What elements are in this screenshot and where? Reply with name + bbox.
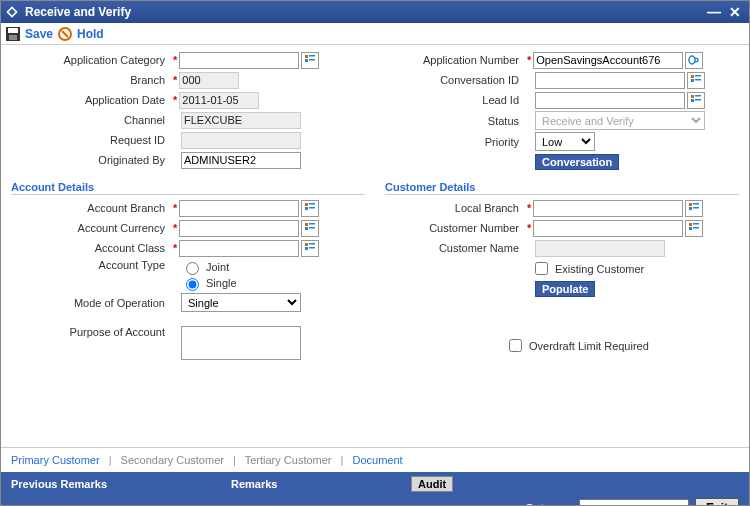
window-title: Receive and Verify bbox=[25, 5, 703, 19]
titlebar: Receive and Verify — ✕ bbox=[1, 1, 749, 23]
svg-rect-7 bbox=[305, 59, 308, 62]
purpose-textarea[interactable] bbox=[181, 326, 301, 360]
window-receive-verify: Receive and Verify — ✕ Save Hold Applica… bbox=[0, 0, 750, 506]
svg-rect-33 bbox=[693, 203, 699, 205]
cust-number-lov-icon[interactable] bbox=[685, 220, 703, 237]
local-branch-input[interactable] bbox=[533, 200, 683, 217]
svg-rect-29 bbox=[309, 243, 315, 245]
joint-label: Joint bbox=[206, 261, 229, 273]
hold-icon[interactable] bbox=[57, 26, 73, 42]
app-category-lov-icon[interactable] bbox=[301, 52, 319, 69]
svg-rect-12 bbox=[691, 79, 694, 82]
hold-button[interactable]: Hold bbox=[75, 27, 106, 41]
purpose-label: Purpose of Account bbox=[11, 326, 171, 338]
cust-name-input bbox=[535, 240, 665, 257]
request-id-label: Request ID bbox=[11, 134, 171, 146]
bottom-tabs: Primary Customer | Secondary Customer | … bbox=[1, 447, 749, 472]
account-details-header: Account Details bbox=[11, 181, 365, 195]
overdraft-label: Overdraft Limit Required bbox=[529, 340, 649, 352]
originated-by-label: Originated By bbox=[11, 154, 171, 166]
svg-rect-32 bbox=[689, 207, 692, 210]
single-label: Single bbox=[206, 277, 237, 289]
account-branch-input[interactable] bbox=[179, 200, 299, 217]
branch-input bbox=[179, 72, 239, 89]
footer: Previous Remarks Remarks Audit Outcome E… bbox=[1, 472, 749, 506]
outcome-select[interactable] bbox=[579, 499, 689, 506]
conversation-button[interactable]: Conversation bbox=[535, 154, 619, 170]
top-left-column: Application Category * Branch * Applicat… bbox=[11, 51, 365, 173]
branch-label: Branch bbox=[11, 74, 171, 86]
svg-rect-16 bbox=[691, 99, 694, 102]
account-type-single-radio[interactable]: Single bbox=[181, 275, 237, 291]
account-details-section: Account Details Account Branch * Account… bbox=[11, 173, 365, 362]
svg-rect-15 bbox=[691, 95, 694, 98]
remarks-label: Remarks bbox=[231, 478, 411, 490]
toolbar: Save Hold bbox=[1, 23, 749, 45]
account-class-label: Account Class bbox=[11, 242, 171, 254]
close-button[interactable]: ✕ bbox=[725, 4, 745, 20]
app-date-input bbox=[179, 92, 259, 109]
svg-rect-28 bbox=[305, 247, 308, 250]
tab-primary-customer[interactable]: Primary Customer bbox=[11, 454, 100, 466]
required-mark: * bbox=[171, 242, 179, 254]
overdraft-checkbox[interactable] bbox=[509, 339, 522, 352]
tab-tertiary-customer[interactable]: Tertiary Customer bbox=[245, 454, 332, 466]
save-button[interactable]: Save bbox=[23, 27, 55, 41]
svg-rect-25 bbox=[309, 223, 315, 225]
svg-rect-38 bbox=[693, 227, 699, 229]
status-select: Receive and Verify bbox=[535, 111, 705, 130]
existing-customer-label: Existing Customer bbox=[555, 263, 644, 275]
account-currency-lov-icon[interactable] bbox=[301, 220, 319, 237]
cust-number-label: Customer Number bbox=[385, 222, 525, 234]
customer-details-section: Customer Details Local Branch * Customer… bbox=[385, 173, 739, 362]
svg-rect-22 bbox=[309, 207, 315, 209]
audit-button[interactable]: Audit bbox=[411, 476, 453, 492]
minimize-button[interactable]: — bbox=[703, 4, 725, 20]
svg-rect-4 bbox=[9, 35, 17, 40]
app-number-input[interactable] bbox=[533, 52, 683, 69]
svg-rect-18 bbox=[695, 99, 701, 101]
account-currency-input[interactable] bbox=[179, 220, 299, 237]
svg-rect-31 bbox=[689, 203, 692, 206]
exit-button[interactable]: Exit bbox=[695, 498, 739, 506]
app-number-detail-icon[interactable] bbox=[685, 52, 703, 69]
account-currency-label: Account Currency bbox=[11, 222, 171, 234]
svg-rect-27 bbox=[305, 243, 308, 246]
app-category-input[interactable] bbox=[179, 52, 299, 69]
tab-document[interactable]: Document bbox=[353, 454, 403, 466]
svg-rect-37 bbox=[693, 223, 699, 225]
priority-select[interactable]: Low bbox=[535, 132, 595, 151]
required-mark: * bbox=[171, 202, 179, 214]
required-mark: * bbox=[525, 222, 533, 234]
form-body: Application Category * Branch * Applicat… bbox=[1, 45, 749, 447]
populate-button[interactable]: Populate bbox=[535, 281, 595, 297]
originated-by-input[interactable] bbox=[181, 152, 301, 169]
svg-rect-13 bbox=[695, 75, 701, 77]
account-branch-lov-icon[interactable] bbox=[301, 200, 319, 217]
svg-rect-3 bbox=[8, 28, 18, 33]
outcome-label: Outcome bbox=[525, 502, 573, 506]
conv-id-lov-icon[interactable] bbox=[687, 72, 705, 89]
existing-customer-checkbox[interactable] bbox=[535, 262, 548, 275]
lead-id-lov-icon[interactable] bbox=[687, 92, 705, 109]
lead-id-label: Lead Id bbox=[385, 94, 525, 106]
mode-op-select[interactable]: Single bbox=[181, 293, 301, 312]
svg-rect-21 bbox=[309, 203, 315, 205]
account-class-lov-icon[interactable] bbox=[301, 240, 319, 257]
status-label: Status bbox=[385, 115, 525, 127]
cust-number-input[interactable] bbox=[533, 220, 683, 237]
cust-name-label: Customer Name bbox=[385, 242, 525, 254]
account-class-input[interactable] bbox=[179, 240, 299, 257]
svg-rect-6 bbox=[305, 55, 308, 58]
conv-id-label: Conversation ID bbox=[385, 74, 525, 86]
account-type-joint-radio[interactable]: Joint bbox=[181, 259, 237, 275]
lead-id-input[interactable] bbox=[535, 92, 685, 109]
conv-id-input[interactable] bbox=[535, 72, 685, 89]
priority-label: Priority bbox=[385, 136, 525, 148]
save-disk-icon[interactable] bbox=[5, 26, 21, 42]
account-type-label: Account Type bbox=[11, 259, 171, 271]
svg-rect-23 bbox=[305, 223, 308, 226]
local-branch-lov-icon[interactable] bbox=[685, 200, 703, 217]
tab-secondary-customer[interactable]: Secondary Customer bbox=[121, 454, 224, 466]
mode-op-label: Mode of Operation bbox=[11, 297, 171, 309]
